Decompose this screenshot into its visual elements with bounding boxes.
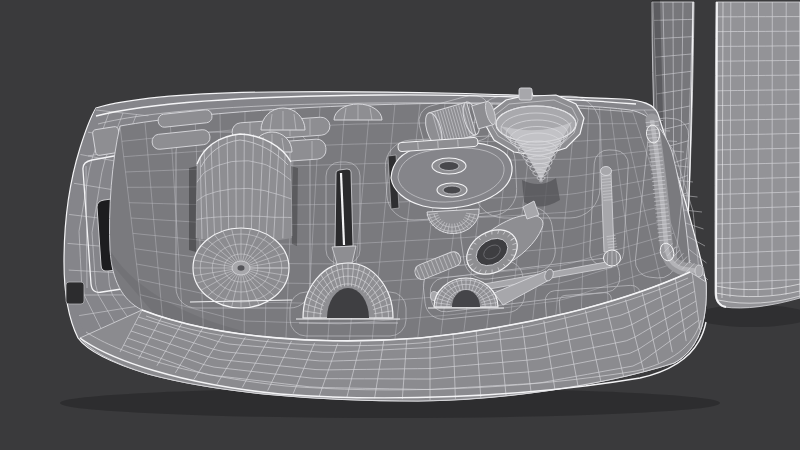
lid-outer-face [715, 2, 800, 308]
cylindrical-canister [189, 133, 298, 308]
boss-tab [519, 88, 532, 100]
latch-block-bottom [66, 282, 84, 304]
render-viewport [0, 0, 800, 450]
wireframe-render [0, 0, 800, 450]
